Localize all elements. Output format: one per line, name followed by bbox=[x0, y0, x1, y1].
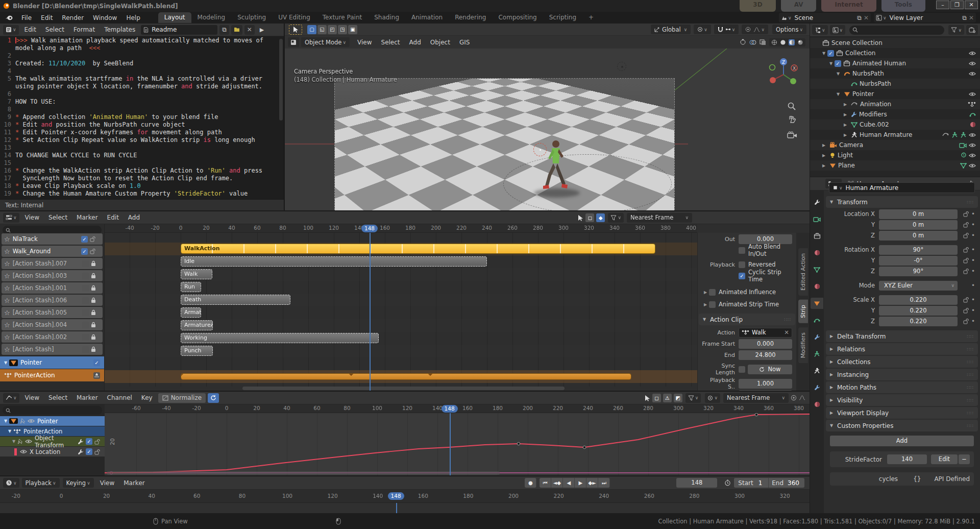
nla-strip-pointeraction[interactable] bbox=[181, 373, 631, 380]
properties-tab-constraints[interactable] bbox=[811, 331, 823, 343]
nla-strip-death[interactable]: Death bbox=[181, 295, 290, 305]
nla-menu-view[interactable]: View bbox=[20, 214, 44, 221]
animate-dot-icon[interactable]: • bbox=[971, 210, 975, 218]
orientation-value[interactable]: Global bbox=[662, 26, 681, 33]
graph-menu-select[interactable]: Select bbox=[44, 394, 72, 401]
select-subtract-icon[interactable]: ◰ bbox=[328, 25, 337, 34]
channel-label[interactable]: NlaTrack bbox=[13, 235, 38, 243]
display-mode-button[interactable]: ∨ bbox=[830, 25, 846, 35]
view-layer-selector[interactable]: ∨ View Layer ⧉ ✕ bbox=[874, 13, 976, 22]
unlink-text-icon[interactable]: ✕ bbox=[244, 25, 255, 35]
panel-drag-grip[interactable]: ∷∷ bbox=[967, 423, 974, 428]
channel-label[interactable]: Walk_Around bbox=[13, 248, 51, 255]
star-icon[interactable]: ☆ bbox=[4, 321, 10, 329]
mute-checkbox[interactable] bbox=[82, 273, 89, 279]
graph-curve-area[interactable]: -60-40-200204060801001201401601802002202… bbox=[105, 404, 810, 475]
filter-button[interactable]: ∨ bbox=[608, 213, 624, 223]
use-preview-range-icon[interactable] bbox=[724, 479, 731, 486]
outliner-item-label[interactable]: Collection bbox=[845, 50, 875, 57]
expander-icon[interactable]: ▶ bbox=[842, 123, 849, 127]
panel-drag-grip[interactable]: ∷∷ bbox=[967, 347, 974, 352]
outliner-item-label[interactable]: Light bbox=[838, 152, 853, 159]
action-field[interactable]: Walk✕ bbox=[739, 328, 792, 338]
current-frame-badge[interactable]: 148 bbox=[442, 405, 458, 413]
proportional-edit-dropdown[interactable]: ∨ bbox=[742, 25, 768, 34]
channel-label[interactable]: Pointer bbox=[20, 359, 42, 366]
mute-checkbox[interactable] bbox=[82, 309, 89, 316]
playhead[interactable] bbox=[370, 233, 371, 391]
current-frame-field[interactable]: 148 bbox=[676, 478, 717, 488]
options-label[interactable]: Options bbox=[776, 26, 798, 33]
editor-type-button[interactable]: ∨ bbox=[3, 393, 19, 403]
workspace-tab-layout[interactable]: Layout bbox=[158, 12, 191, 23]
expander-icon[interactable]: ▶ bbox=[702, 302, 709, 307]
remove-property-button[interactable]: − bbox=[959, 454, 970, 464]
workspace-tab-sculpting[interactable]: Sculpting bbox=[231, 12, 272, 23]
blend-out-field[interactable]: 0.000 bbox=[739, 234, 792, 244]
panel-drag-grip[interactable]: ∷∷ bbox=[967, 398, 974, 403]
camera-view-icon[interactable] bbox=[787, 131, 797, 139]
mute-checkbox[interactable] bbox=[82, 346, 89, 353]
action-clip-panel-header[interactable]: ▼Action Clip∷∷ bbox=[699, 314, 795, 325]
expander-icon[interactable]: ▼ bbox=[835, 71, 842, 76]
text-datablock-selector[interactable]: Readme bbox=[141, 25, 217, 35]
outliner-item-label[interactable]: Scene Collection bbox=[831, 39, 883, 46]
workspace-tab-rendering[interactable]: Rendering bbox=[449, 12, 492, 23]
properties-tab-bone-constraint[interactable] bbox=[811, 382, 823, 393]
nla-strip-run[interactable]: Run bbox=[181, 282, 201, 292]
fcurve-canvas[interactable] bbox=[105, 413, 810, 475]
star-icon[interactable]: ☆ bbox=[4, 248, 10, 255]
viewport-menu-view[interactable]: View bbox=[353, 39, 376, 46]
menu-file[interactable]: File bbox=[17, 14, 36, 21]
property-value-field[interactable]: 0 m bbox=[879, 220, 958, 230]
properties-tab-object[interactable] bbox=[811, 298, 823, 309]
expander-icon[interactable]: ▼ bbox=[835, 92, 842, 97]
snap-mode-value[interactable]: Nearest Frame bbox=[630, 214, 673, 221]
nla-menu-select[interactable]: Select bbox=[44, 214, 72, 221]
star-icon[interactable]: ☆ bbox=[4, 309, 10, 317]
unlink-action-icon[interactable]: ✕ bbox=[784, 328, 789, 338]
select-difference-icon[interactable]: ◳ bbox=[338, 25, 347, 34]
properties-tab-tool[interactable] bbox=[811, 197, 823, 208]
zoom-icon[interactable] bbox=[787, 102, 796, 111]
nla-channel[interactable]: ☆[Action Stash].006 bbox=[0, 294, 104, 306]
panel-header-collections[interactable]: ▶Collections∷∷ bbox=[826, 356, 978, 368]
mute-checkbox[interactable] bbox=[82, 334, 89, 341]
outliner-item-label[interactable]: Plane bbox=[838, 162, 855, 169]
shading-wireframe-icon[interactable] bbox=[771, 39, 777, 45]
nla-channel[interactable]: ☆[Action Stash].002 bbox=[0, 331, 104, 343]
sync-length-checkbox[interactable] bbox=[739, 366, 745, 373]
channel-label[interactable]: X Location bbox=[30, 448, 60, 455]
outliner-item-label[interactable]: Modifiers bbox=[859, 111, 887, 118]
timeline-menu-playback[interactable]: Playback∨ bbox=[22, 478, 60, 488]
animate-dot-icon[interactable]: • bbox=[971, 221, 975, 228]
timeline-ruler[interactable]: -200204060801001201401601802002202402602… bbox=[0, 490, 810, 503]
minimize-button[interactable]: – bbox=[936, 1, 949, 9]
move-view-hand-icon[interactable] bbox=[787, 115, 796, 124]
nurbs-path-curve[interactable] bbox=[503, 154, 672, 210]
graph-hscrollbar[interactable] bbox=[107, 471, 500, 475]
collection-checkbox[interactable]: ✓ bbox=[827, 50, 834, 57]
outliner-row[interactable]: ▼Pointer bbox=[810, 89, 980, 99]
expander-icon[interactable]: ▶ bbox=[842, 112, 849, 117]
current-frame-badge[interactable]: 148 bbox=[388, 492, 404, 500]
panel-header-visibility[interactable]: ▶Visibility∷∷ bbox=[826, 394, 978, 406]
panel-header-viewport-display[interactable]: ▶Viewport Display∷∷ bbox=[826, 407, 978, 419]
outliner-row[interactable]: ▶Cube.002 bbox=[810, 119, 980, 130]
graph-search-input[interactable] bbox=[3, 406, 102, 415]
frame-start-field[interactable]: 0.000 bbox=[739, 339, 792, 349]
expander-icon[interactable]: ▶ bbox=[842, 133, 849, 137]
expander-icon[interactable]: ▼ bbox=[10, 439, 17, 444]
mute-checkbox[interactable] bbox=[82, 322, 89, 328]
nla-hscrollbar[interactable] bbox=[242, 387, 565, 390]
viewport-menu-select[interactable]: Select bbox=[377, 39, 405, 46]
timeline-menu-marker[interactable]: Marker bbox=[119, 479, 149, 487]
workspace-tab-uv-editing[interactable]: UV Editing bbox=[272, 12, 316, 23]
open-text-icon[interactable] bbox=[231, 25, 242, 35]
normalize-label[interactable]: Normalize bbox=[171, 394, 202, 401]
panel-header-instancing[interactable]: ▶Instancing∷∷ bbox=[826, 369, 978, 380]
nla-channel[interactable]: ☆[Action Stash] bbox=[0, 343, 104, 355]
editor-type-button[interactable]: ∨ bbox=[3, 478, 19, 488]
select-intersect-icon[interactable]: ▣ bbox=[348, 25, 357, 34]
show-gizmo-icon[interactable] bbox=[740, 39, 746, 45]
